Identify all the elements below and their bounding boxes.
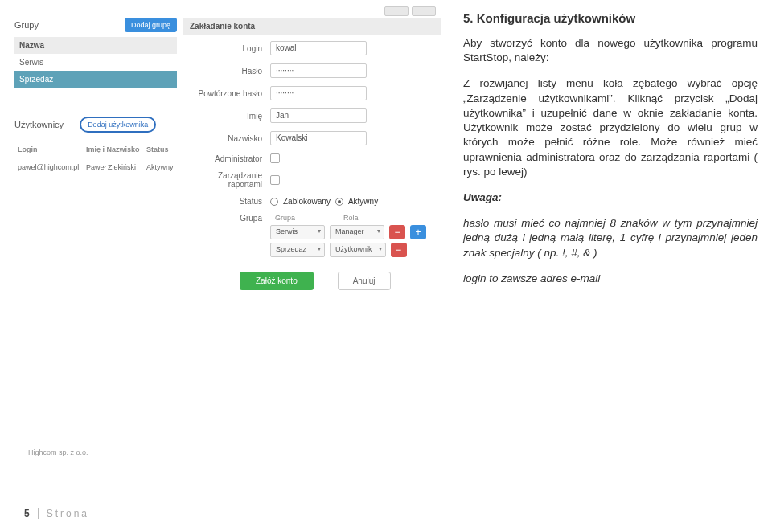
groups-heading: Grupy	[14, 20, 39, 30]
status-active-label: Aktywny	[348, 197, 378, 206]
users-table: Login Imię i Nazwisko Status pawel@highc…	[14, 141, 177, 176]
status-active-radio[interactable]	[335, 198, 343, 206]
users-col-login: Login	[14, 141, 83, 158]
divider	[38, 508, 39, 519]
role-select[interactable]: Użytkownik	[330, 243, 386, 257]
password-confirm-input[interactable]: ········	[270, 86, 367, 100]
firstname-label: Imię	[183, 112, 270, 121]
password-input[interactable]: ········	[270, 63, 367, 78]
users-col-name: Imię i Nazwisko	[83, 141, 143, 158]
user-row[interactable]: pawel@highcom.pl Paweł Ziekiński Aktywny	[14, 158, 177, 176]
groups-col-name: Nazwa	[14, 37, 177, 54]
page-label: Strona	[47, 508, 89, 519]
users-heading: Użytkownicy	[14, 120, 64, 129]
admin-label: Administrator	[183, 154, 270, 163]
group-role-row: Serwis Manager − +	[270, 225, 441, 239]
paragraph-intro: Aby stworzyć konto dla nowego użytkownik…	[463, 36, 758, 65]
admin-checkbox[interactable]	[270, 153, 280, 163]
add-user-button[interactable]: Dodaj użytkownika	[80, 117, 156, 133]
firstname-input[interactable]: Jan	[270, 108, 367, 123]
groupcol-group: Grupa	[275, 214, 295, 222]
note-label: Uwaga:	[463, 190, 758, 205]
section-heading: 5. Konfiguracja użytkowników	[463, 11, 758, 25]
add-row-button[interactable]: +	[410, 225, 426, 239]
group-section-label: Grupa	[183, 214, 270, 223]
status-label: Status	[183, 197, 270, 206]
password-label: Hasło	[183, 67, 270, 76]
group-select[interactable]: Sprzedaz	[270, 243, 325, 257]
password-confirm-label: Powtórzone hasło	[183, 89, 270, 98]
groupcol-role: Rola	[343, 214, 359, 222]
paragraph-body: Z rozwijanej listy menu koła zębatego wy…	[463, 76, 758, 179]
company-name: Highcom sp. z o.o.	[28, 448, 88, 456]
login-label: Login	[183, 44, 270, 53]
remove-row-button[interactable]: −	[389, 225, 405, 239]
reports-checkbox[interactable]	[270, 175, 280, 185]
add-group-button[interactable]: Dodaj grupę	[125, 18, 177, 32]
document-text: 5. Konfiguracja użytkowników Aby stworzy…	[441, 6, 758, 450]
group-select[interactable]: Serwis	[270, 225, 325, 239]
group-role-row: Sprzedaz Użytkownik −	[270, 243, 441, 257]
group-row-selected[interactable]: Sprzedaz	[14, 71, 177, 88]
lastname-label: Nazwisko	[183, 134, 270, 143]
status-blocked-label: Zablokowany	[283, 197, 331, 206]
window-button-2[interactable]	[412, 6, 436, 16]
page-number: 5	[24, 508, 30, 519]
create-account-button[interactable]: Załóż konto	[240, 272, 314, 290]
group-row[interactable]: Serwis	[14, 54, 177, 71]
login-input[interactable]: kowal	[270, 41, 367, 55]
status-blocked-radio[interactable]	[270, 198, 278, 206]
users-col-status: Status	[143, 141, 177, 158]
groups-table: Nazwa Serwis Sprzedaz	[14, 37, 177, 88]
remove-row-button[interactable]: −	[391, 243, 407, 257]
app-screenshot: Grupy Dodaj grupę Nazwa Serwis Sprzedaz …	[14, 6, 441, 450]
reports-label: Zarządzanie raportami	[183, 171, 270, 189]
lastname-input[interactable]: Kowalski	[270, 131, 367, 145]
window-button-1[interactable]	[384, 6, 409, 16]
note-login: login to zawsze adres e-mail	[463, 272, 758, 286]
form-title: Zakładanie konta	[183, 18, 441, 35]
role-select[interactable]: Manager	[330, 225, 384, 239]
note-password: hasło musi mieć co najmniej 8 znaków w t…	[463, 216, 758, 260]
cancel-button[interactable]: Anuluj	[338, 272, 391, 290]
page-footer: 5 Strona	[24, 508, 89, 519]
